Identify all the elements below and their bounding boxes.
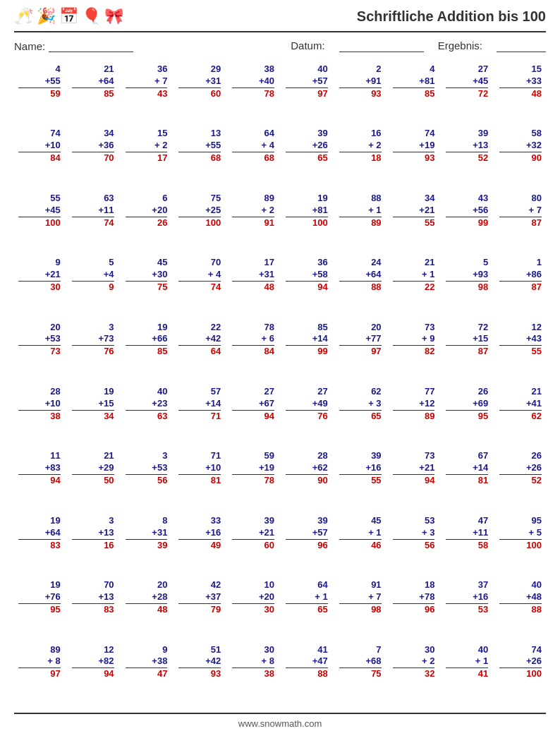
problem-num2: +19 bbox=[259, 462, 274, 474]
problem-answer: 55 bbox=[339, 474, 382, 487]
problem-item: 80+ 787 bbox=[495, 191, 546, 251]
problem-answer: 84 bbox=[18, 152, 61, 164]
problem-num1: 78 bbox=[264, 322, 274, 334]
datum-underline[interactable] bbox=[339, 40, 424, 52]
problem-num1: 27 bbox=[478, 64, 488, 75]
problem-item: 16+ 218 bbox=[335, 126, 386, 186]
problem-answer: 94 bbox=[393, 474, 435, 487]
problem-num2: +64 bbox=[45, 527, 61, 539]
datum-label: Datum: bbox=[291, 40, 324, 52]
problem-answer: 97 bbox=[286, 87, 328, 100]
problem-answer: 75 bbox=[339, 668, 382, 680]
problem-item: 21+ 122 bbox=[389, 255, 439, 315]
problem-num1: 36 bbox=[317, 257, 327, 269]
problem-num2: +76 bbox=[45, 591, 61, 603]
problem-num1: 20 bbox=[50, 322, 60, 334]
problem-item: 34+3670 bbox=[68, 126, 118, 186]
problem-item: 39+1352 bbox=[442, 126, 492, 186]
problem-item: 67+1481 bbox=[442, 449, 492, 509]
problem-answer: 38 bbox=[18, 410, 61, 423]
problem-num2: +49 bbox=[312, 398, 328, 410]
problem-num1: 8 bbox=[162, 515, 167, 527]
problem-answer: 55 bbox=[499, 345, 542, 358]
problem-item: 26+6995 bbox=[442, 385, 492, 445]
problem-item: 12+8294 bbox=[68, 643, 118, 703]
problem-answer: 65 bbox=[286, 152, 328, 164]
problem-answer: 88 bbox=[286, 668, 328, 680]
problem-answer: 97 bbox=[18, 668, 61, 680]
problem-answer: 84 bbox=[232, 345, 274, 358]
page: 🥂 🎉 📅 🎈 🎀 Schriftliche Addition bis 100 … bbox=[0, 0, 560, 743]
problem-num2: +55 bbox=[205, 140, 221, 152]
problem-item: 70+1383 bbox=[68, 578, 118, 638]
problem-num1: 89 bbox=[264, 193, 274, 205]
problem-num1: 28 bbox=[317, 450, 327, 462]
problem-item: 74+1993 bbox=[389, 126, 439, 186]
problem-answer: 96 bbox=[393, 603, 435, 616]
problem-item: 63+1174 bbox=[68, 191, 118, 251]
name-underline[interactable] bbox=[49, 40, 133, 52]
problem-item: 21+6485 bbox=[68, 62, 118, 122]
problem-num2: +20 bbox=[259, 591, 274, 603]
problem-num2: +11 bbox=[473, 527, 488, 539]
problem-answer: 100 bbox=[499, 668, 542, 680]
problem-item: 91+ 798 bbox=[335, 578, 386, 638]
problem-num1: 13 bbox=[211, 128, 221, 140]
problem-answer: 96 bbox=[286, 539, 328, 552]
problem-num1: 91 bbox=[371, 579, 381, 591]
problem-num2: +15 bbox=[99, 398, 114, 410]
problem-item: 72+1587 bbox=[442, 320, 492, 380]
problem-item: 70+ 474 bbox=[174, 255, 225, 315]
problem-num2: +57 bbox=[312, 527, 328, 539]
problem-num1: 39 bbox=[317, 128, 327, 140]
problem-answer: 68 bbox=[232, 152, 274, 164]
problem-item: 88+ 189 bbox=[335, 191, 386, 251]
problem-item: 15+3348 bbox=[495, 62, 546, 122]
ergebnis-underline[interactable] bbox=[497, 40, 546, 52]
problem-num2: +55 bbox=[45, 75, 61, 87]
problem-num1: 19 bbox=[317, 193, 327, 205]
problem-num1: 7 bbox=[376, 644, 381, 656]
problem-answer: 83 bbox=[18, 539, 61, 552]
problem-num2: +10 bbox=[205, 462, 221, 474]
problem-item: 5+9398 bbox=[442, 255, 492, 315]
problem-num2: + 2 bbox=[422, 656, 434, 668]
problem-num2: +38 bbox=[152, 656, 167, 668]
problem-num2: +53 bbox=[152, 462, 167, 474]
problem-num2: +33 bbox=[526, 75, 542, 87]
problem-answer: 83 bbox=[72, 603, 114, 616]
party-icon: 🎉 bbox=[37, 7, 56, 25]
problem-answer: 38 bbox=[232, 668, 274, 680]
problem-item: 7+6875 bbox=[335, 643, 386, 703]
problem-num1: 59 bbox=[264, 450, 274, 462]
problem-answer: 74 bbox=[178, 281, 221, 294]
problem-item: 36+5894 bbox=[281, 255, 332, 315]
problem-num2: +32 bbox=[526, 140, 542, 152]
problem-answer: 62 bbox=[499, 410, 542, 423]
problem-answer: 76 bbox=[72, 345, 114, 358]
problem-num2: +28 bbox=[152, 591, 167, 603]
problem-answer: 97 bbox=[339, 345, 382, 358]
problem-answer: 52 bbox=[446, 152, 488, 164]
problem-answer: 18 bbox=[339, 152, 382, 164]
bow-icon: 🎀 bbox=[104, 7, 123, 25]
problem-answer: 94 bbox=[286, 281, 328, 294]
problem-num2: +56 bbox=[473, 205, 488, 217]
problem-num1: 70 bbox=[104, 579, 114, 591]
problem-item: 73+2194 bbox=[389, 449, 439, 509]
problem-answer: 94 bbox=[232, 410, 274, 423]
problem-num2: + 9 bbox=[422, 333, 434, 345]
problem-answer: 85 bbox=[393, 87, 435, 100]
problem-num1: 80 bbox=[532, 193, 542, 205]
problem-item: 27+4976 bbox=[281, 385, 332, 445]
problem-num2: +48 bbox=[526, 591, 542, 603]
problem-num2: +10 bbox=[45, 140, 61, 152]
problem-num1: 11 bbox=[50, 450, 60, 462]
problem-answer: 100 bbox=[18, 217, 61, 229]
problem-item: 39+2665 bbox=[281, 126, 332, 186]
problem-num2: + 2 bbox=[154, 140, 167, 152]
problem-answer: 90 bbox=[499, 152, 542, 164]
problem-answer: 85 bbox=[126, 345, 168, 358]
problem-answer: 50 bbox=[72, 474, 114, 487]
problem-num1: 58 bbox=[532, 128, 542, 140]
